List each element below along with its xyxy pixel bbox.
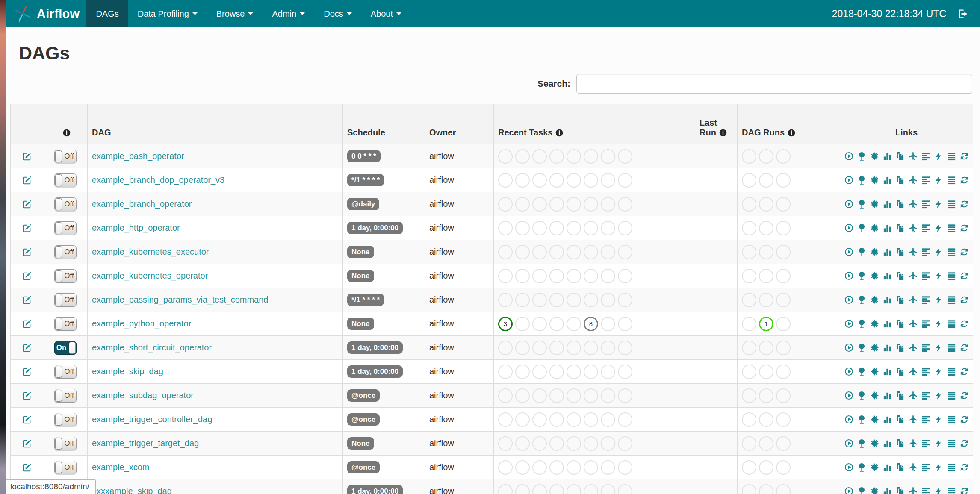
status-circle[interactable] (742, 388, 756, 403)
dag-details-icon[interactable] (947, 295, 956, 305)
dag-details-icon[interactable] (947, 223, 956, 233)
tree-view-icon[interactable] (857, 151, 867, 161)
pause-toggle[interactable]: Off (54, 221, 77, 235)
status-circle[interactable] (776, 365, 791, 379)
status-circle[interactable] (601, 412, 615, 427)
dag-details-icon[interactable] (947, 343, 956, 353)
status-circle[interactable] (498, 460, 513, 475)
dag-details-icon[interactable] (947, 199, 956, 209)
trigger-dag-icon[interactable] (844, 367, 854, 376)
refresh-icon[interactable] (959, 486, 969, 494)
status-circle[interactable] (742, 365, 756, 379)
status-circle[interactable] (618, 412, 632, 427)
gantt-view-icon[interactable] (921, 271, 931, 281)
dag-link[interactable]: example_trigger_controller_dag (92, 415, 212, 424)
info-icon[interactable] (555, 129, 564, 137)
status-circle[interactable] (618, 173, 632, 188)
code-view-icon[interactable] (934, 462, 944, 472)
graph-view-icon[interactable] (870, 295, 880, 305)
search-input[interactable] (576, 74, 972, 94)
status-circle[interactable] (532, 341, 547, 355)
trigger-dag-icon[interactable] (844, 391, 854, 400)
task-tries-icon[interactable] (895, 367, 905, 376)
tasks-duration-icon[interactable] (883, 319, 892, 329)
status-circle[interactable] (776, 460, 791, 475)
gantt-view-icon[interactable] (921, 415, 931, 424)
status-circle[interactable] (567, 149, 581, 164)
status-circle[interactable] (498, 173, 513, 188)
dag-link[interactable]: example_trigger_target_dag (92, 438, 199, 448)
status-circle[interactable] (498, 221, 513, 235)
status-circle[interactable] (759, 388, 773, 403)
status-circle[interactable] (618, 460, 632, 475)
trigger-dag-icon[interactable] (844, 223, 854, 233)
pause-toggle[interactable]: On (54, 341, 77, 355)
tree-view-icon[interactable] (857, 175, 867, 185)
edit-dag-button[interactable] (22, 271, 32, 280)
status-circle[interactable] (759, 365, 773, 379)
dag-details-icon[interactable] (947, 367, 956, 376)
dag-details-icon[interactable] (947, 438, 956, 448)
refresh-icon[interactable] (959, 151, 969, 161)
status-circle[interactable] (584, 149, 598, 164)
status-circle[interactable] (759, 412, 773, 427)
status-circle[interactable] (776, 269, 791, 283)
status-circle[interactable] (759, 484, 773, 494)
tasks-duration-icon[interactable] (883, 223, 892, 233)
trigger-dag-icon[interactable] (844, 319, 854, 329)
status-circle[interactable] (532, 484, 547, 494)
pause-toggle[interactable]: Off (54, 269, 77, 283)
graph-view-icon[interactable] (870, 391, 880, 400)
status-circle[interactable] (549, 460, 564, 475)
tasks-duration-icon[interactable] (883, 415, 892, 424)
status-circle[interactable] (759, 149, 773, 164)
status-circle[interactable] (498, 412, 513, 427)
status-circle[interactable] (515, 484, 530, 494)
tasks-duration-icon[interactable] (883, 247, 892, 257)
status-circle[interactable] (498, 197, 513, 212)
dag-details-icon[interactable] (947, 391, 956, 400)
status-circle[interactable] (776, 412, 791, 427)
edit-dag-button[interactable] (22, 223, 32, 232)
graph-view-icon[interactable] (870, 223, 880, 233)
status-circle[interactable] (498, 245, 513, 259)
tasks-duration-icon[interactable] (883, 486, 892, 494)
status-circle[interactable] (618, 388, 632, 403)
status-circle[interactable] (567, 245, 581, 259)
refresh-icon[interactable] (959, 462, 969, 472)
landing-times-icon[interactable] (908, 438, 918, 448)
status-circle[interactable] (532, 173, 547, 188)
status-circle[interactable] (584, 197, 598, 212)
tree-view-icon[interactable] (857, 199, 867, 209)
gantt-view-icon[interactable] (921, 151, 931, 161)
code-view-icon[interactable] (934, 175, 944, 185)
status-circle[interactable] (584, 341, 598, 355)
status-circle[interactable] (515, 436, 530, 451)
trigger-dag-icon[interactable] (844, 247, 854, 257)
status-circle[interactable] (601, 221, 615, 235)
status-circle[interactable] (601, 317, 615, 331)
graph-view-icon[interactable] (870, 319, 880, 329)
status-circle[interactable] (549, 341, 564, 355)
status-circle[interactable] (618, 317, 632, 331)
tasks-duration-icon[interactable] (883, 343, 892, 353)
task-tries-icon[interactable] (895, 462, 905, 472)
dag-details-icon[interactable] (947, 415, 956, 424)
dag-details-icon[interactable] (947, 151, 956, 161)
gantt-view-icon[interactable] (921, 486, 931, 494)
landing-times-icon[interactable] (908, 319, 918, 329)
status-circle[interactable] (532, 245, 547, 259)
refresh-icon[interactable] (959, 391, 969, 400)
status-circle[interactable] (742, 269, 756, 283)
status-circle[interactable] (498, 149, 513, 164)
status-circle[interactable] (759, 460, 773, 475)
gantt-view-icon[interactable] (921, 319, 931, 329)
edit-dag-button[interactable] (22, 318, 32, 328)
landing-times-icon[interactable] (908, 367, 918, 376)
dag-details-icon[interactable] (947, 462, 956, 472)
status-circle[interactable] (567, 221, 581, 235)
status-circle[interactable] (601, 173, 615, 188)
pause-toggle[interactable]: Off (54, 413, 77, 426)
dag-link[interactable]: example_kubernetes_executor (92, 247, 209, 256)
gantt-view-icon[interactable] (921, 462, 931, 472)
